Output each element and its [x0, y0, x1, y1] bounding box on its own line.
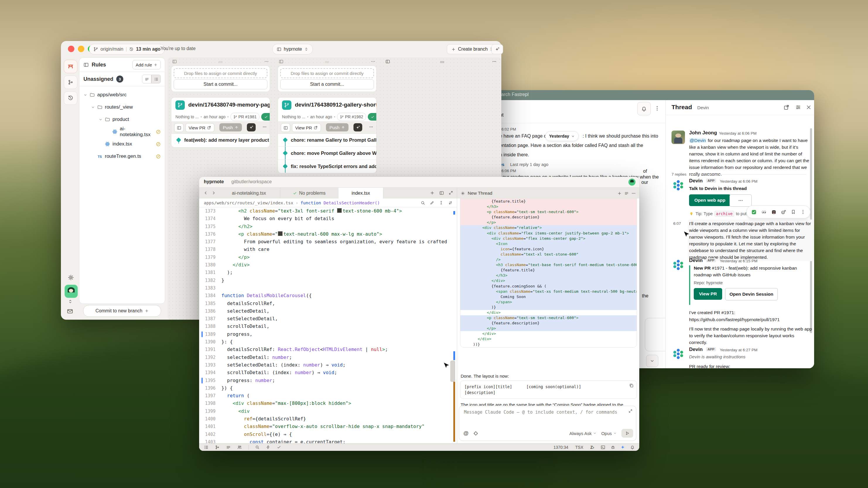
message-timestamp[interactable]: Yesterday at 6:15 PM: [720, 259, 757, 263]
sender-name[interactable]: John Jeong: [689, 130, 717, 136]
pr-pill[interactable]: PR #1981: [230, 113, 259, 121]
ci-passed-badge[interactable]: Passed: [261, 113, 270, 121]
split-editor-icon[interactable]: [439, 191, 444, 195]
lane-drag-handle[interactable]: [325, 60, 330, 64]
assign-button[interactable]: [174, 123, 184, 132]
code-line[interactable]: 1389 progress,: [199, 330, 457, 338]
branch-name[interactable]: devin/1764380912-gallery-shortcuts: [295, 102, 377, 108]
branch-menu-icon[interactable]: [369, 125, 373, 129]
code-line[interactable]: 1401 className="overflow-x-auto scrollba…: [199, 423, 457, 430]
cursor-position[interactable]: 1370:34: [554, 445, 568, 450]
maximize-icon[interactable]: [448, 191, 453, 195]
tasks-icon[interactable]: [226, 445, 231, 450]
send-button[interactable]: [621, 429, 633, 437]
expand-input-icon[interactable]: [628, 409, 632, 413]
branches-rail-button[interactable]: [64, 75, 77, 89]
notifications-bell-button[interactable]: [637, 102, 651, 115]
message-timestamp[interactable]: Yesterday at 6:06 PM: [719, 131, 757, 135]
mention[interactable]: @Devin: [689, 138, 706, 143]
commit-row[interactable]: feat(web): add memory layer product page: [171, 133, 270, 147]
message-timestamp[interactable]: Yesterday at 6:06 PM: [720, 179, 757, 184]
chevron-down-icon[interactable]: [99, 118, 102, 122]
collab-icon[interactable]: [237, 445, 242, 450]
sender-name[interactable]: Devin: [689, 347, 703, 353]
branch-menu-icon[interactable]: [262, 125, 267, 129]
lane-menu-icon[interactable]: [371, 59, 375, 64]
thread-list-icon[interactable]: [624, 191, 629, 196]
start-commit-button[interactable]: Start a commit...: [280, 79, 374, 89]
tree-item-routes-view[interactable]: routes/_view: [80, 101, 165, 113]
code-line[interactable]: 1391 detailsScrollRef: React.RefObject<H…: [199, 346, 457, 353]
custom-emoji-reaction[interactable]: [771, 209, 777, 215]
model-selector[interactable]: Opus: [601, 431, 617, 436]
code-line[interactable]: 1381 );: [199, 269, 457, 276]
commit-row[interactable]: chore: rename Gallery to Prompt Gallery …: [278, 133, 376, 147]
lane-drag-handle[interactable]: [440, 60, 444, 64]
code-line[interactable]: 1382}: [199, 276, 457, 284]
tree-item-product[interactable]: product: [80, 113, 165, 126]
tree-view-toggle[interactable]: [151, 75, 161, 84]
nav-back-icon[interactable]: [203, 191, 208, 195]
lane-menu-icon[interactable]: [264, 59, 269, 64]
sender-name[interactable]: Devin: [689, 178, 703, 184]
ai-sparkle-icon[interactable]: [621, 445, 625, 449]
updown-chevron-icon[interactable]: [68, 299, 73, 304]
new-thread-icon[interactable]: [617, 191, 622, 196]
code-line[interactable]: 1377 From powerful editing to seamless o…: [199, 238, 457, 246]
code-line[interactable]: 1392 selectedDetail: number;: [199, 354, 457, 361]
code-line[interactable]: 1398 <div className="max-[800px]:block h…: [199, 399, 457, 407]
search-status-icon[interactable]: [255, 445, 259, 449]
project-switcher[interactable]: hyprnote: [272, 44, 313, 55]
devin-avatar[interactable]: [672, 347, 685, 361]
chevron-down-icon[interactable]: [91, 105, 95, 109]
lane-menu-icon[interactable]: [492, 59, 497, 64]
nav-forward-icon[interactable]: [211, 191, 216, 195]
kebab-menu-icon[interactable]: [654, 105, 660, 111]
collab-avatar[interactable]: [628, 178, 636, 186]
view-pr-button[interactable]: View PR: [292, 123, 321, 132]
sender-name[interactable]: Devin: [689, 258, 703, 263]
code-line[interactable]: 1374 We focus on every bit of details: [199, 215, 457, 223]
tab-index-tsx[interactable]: index.tsx: [339, 188, 383, 199]
devin-avatar[interactable]: [672, 178, 685, 192]
git-branch-icon[interactable]: [215, 445, 220, 450]
sliders-icon[interactable]: [795, 104, 801, 110]
swap-icon[interactable]: [448, 200, 453, 205]
permission-mode-selector[interactable]: Always Ask: [569, 431, 596, 436]
message-timestamp[interactable]: Yesterday at 6:27 PM: [720, 348, 757, 352]
check-emoji-reaction[interactable]: [751, 209, 757, 215]
code-line[interactable]: 1403 const container = e.currentTarget;: [199, 438, 457, 444]
pencil-icon[interactable]: [430, 200, 434, 205]
add-reaction-icon[interactable]: [781, 209, 786, 215]
code-line[interactable]: 1394 scrollToDetail: (index: number) ⇒ v…: [199, 369, 457, 377]
start-commit-button[interactable]: Start a commit...: [174, 79, 267, 89]
debug-icon[interactable]: [611, 445, 615, 450]
lane-drag-handle[interactable]: [218, 60, 223, 64]
assign-button[interactable]: [281, 123, 290, 132]
pr-link[interactable]: https://github.com/fastrepl/hyprnote/pul…: [689, 316, 780, 323]
code-line[interactable]: 1397 return (: [199, 392, 457, 399]
code-line[interactable]: 1383: [199, 284, 457, 292]
code-line[interactable]: 1400 ref={detailsScrollRef}: [199, 415, 457, 423]
code-line[interactable]: 1402 onScroll={(e) ⇒ {: [199, 431, 457, 438]
code-line[interactable]: 1373 <h2 className="text-3xl font-serif …: [199, 207, 457, 215]
terminal-icon[interactable]: [601, 445, 605, 450]
open-in-window-icon[interactable]: [783, 104, 789, 110]
new-tab-icon[interactable]: [430, 191, 435, 195]
ai-branch-button[interactable]: [247, 123, 256, 131]
code-line[interactable]: 1395 progress: number;: [199, 377, 457, 384]
code-line[interactable]: 1379 </p>: [199, 254, 457, 261]
commit-row[interactable]: fix: resolve TypeScript errors and add r…: [278, 160, 376, 173]
code-line[interactable]: 1378 with care: [199, 246, 457, 253]
branch-name[interactable]: devin/1764380749-memory-page: [188, 102, 270, 108]
workspace-rail-button[interactable]: [64, 60, 77, 73]
tree-item-index-tsx[interactable]: index.tsx: [80, 138, 165, 150]
notification-bell-icon[interactable]: [630, 445, 634, 449]
tree-item-apps-web-src[interactable]: apps/web/src: [80, 89, 165, 101]
outline-icon[interactable]: [204, 445, 209, 450]
code-line[interactable]: 1388 scrollToDetail,: [199, 323, 457, 330]
code-line[interactable]: 1387 setSelectedDetail,: [199, 315, 457, 323]
history-rail-button[interactable]: [64, 91, 77, 105]
commit-to-new-branch-button[interactable]: Commit to new branch: [83, 305, 161, 317]
ci-passed-badge[interactable]: Passed: [368, 113, 377, 121]
